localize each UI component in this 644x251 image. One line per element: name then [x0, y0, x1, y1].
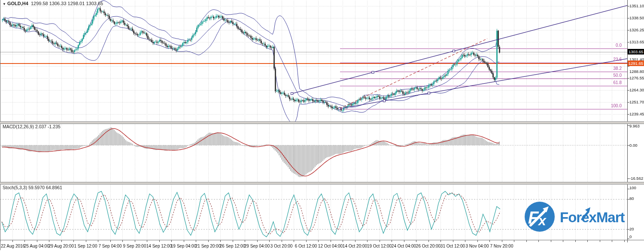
price-axis-label: 1326.25	[629, 27, 644, 32]
time-axis-label: 6 Oct 12:00	[295, 244, 317, 248]
stoch-axis-label: 100	[629, 185, 636, 190]
price-axis-label: 1338.50	[629, 15, 644, 20]
time-axis-label: 29 Aug 20:00	[49, 244, 74, 248]
logo-arrow-icon	[579, 203, 596, 224]
price-axis-label: 1251.70	[629, 100, 644, 104]
fib-level-label: 38.2	[614, 66, 622, 71]
wordmark-mart: Mart	[596, 209, 625, 225]
price-axis-label: 1264.30	[629, 88, 644, 92]
time-axis-label: 19 Oct 12:00	[367, 244, 392, 248]
price-axis-label: 1351.10	[629, 3, 644, 8]
forexmart-fx-icon: F x	[523, 200, 556, 234]
time-axis-label: 1 Sep 12:00	[74, 244, 97, 248]
time-axis-label: 19 Sep 04:00	[171, 244, 197, 248]
symbol-dropdown-icon[interactable]: ▼	[3, 2, 6, 6]
fib-level-label: 23.6	[614, 57, 622, 62]
fib-level-label: 0.0	[616, 43, 622, 48]
panel-separator[interactable]	[0, 182, 644, 184]
trading-terminal-chart: ▼GOLD,H4 1299.58 1306.33 1298.01 1303.65…	[0, 0, 644, 251]
forexmart-logo: F x ForexMart	[523, 200, 635, 235]
macd-axis-label: -16.562	[629, 176, 643, 181]
fib-level-label: 100.0	[611, 103, 622, 108]
time-axis-label: 29 Sep 04:00	[244, 244, 270, 248]
fib-level-label: 61.8	[614, 80, 622, 85]
macd-title: MACD(12,26,9) 2.037 -1.235	[3, 124, 61, 129]
time-axis-label: 31 Oct 12:00	[440, 244, 465, 248]
time-axis-label: 26 Oct 20:00	[416, 244, 440, 248]
time-axis-label: 21 Sep 20:00	[195, 244, 221, 248]
panel-separator[interactable]	[0, 121, 644, 124]
time-axis-label: 9 Sep 20:00	[123, 244, 146, 248]
price-axis-label: 1276.55	[629, 76, 644, 80]
time-axis-label: 14 Sep 12:00	[146, 244, 172, 248]
time-axis-label: 14 Oct 20:00	[343, 244, 367, 248]
time-axis-label: 22 Aug 2016	[1, 244, 25, 248]
time-axis-label: 3 Oct 20:00	[270, 244, 293, 248]
macd-indicator-values: 2.037 -1.235	[35, 124, 61, 129]
macd-axis-label: 0.00	[629, 143, 638, 148]
order-price-tag[interactable]: 1291.65	[628, 60, 644, 66]
stoch-indicator-values: 59.5970 64.8961	[28, 185, 62, 190]
stoch-axis-label: 0	[629, 234, 632, 239]
stoch-indicator-name: Stoch(5,3,3)	[3, 185, 27, 190]
price-axis-label: 1313.65	[629, 39, 644, 44]
time-axis-label: 26 Sep 12:00	[220, 244, 246, 248]
time-axis-label: 12 Oct 04:00	[318, 244, 343, 248]
price-axis-label: 1239.45	[629, 112, 644, 116]
stoch-title: Stoch(5,3,3) 59.5970 64.8961	[3, 185, 62, 190]
macd-indicator-name: MACD(12,26,9)	[3, 124, 34, 129]
macd-axis-label: 9.963	[629, 124, 640, 128]
time-axis-label: 24 Oct 04:00	[392, 244, 416, 248]
time-axis-label: 3 Nov 04:00	[466, 244, 489, 248]
current-price-tag: 1303.65	[628, 49, 644, 54]
symbol-label: GOLD,H4	[7, 1, 28, 6]
fib-level-label: 50.0	[614, 73, 622, 78]
price-axis-label: 1288.80	[629, 69, 644, 74]
chart-title-bar: ▼GOLD,H4 1299.58 1306.33 1298.01 1303.65	[3, 1, 103, 6]
time-axis-label: 7 Sep 04:00	[99, 244, 122, 248]
ohlc-values: 1299.58 1306.33 1298.01 1303.65	[31, 1, 103, 6]
time-axis-label: 25 Aug 04:00	[24, 244, 49, 248]
time-axis-label: 7 Nov 20:00	[490, 244, 513, 248]
